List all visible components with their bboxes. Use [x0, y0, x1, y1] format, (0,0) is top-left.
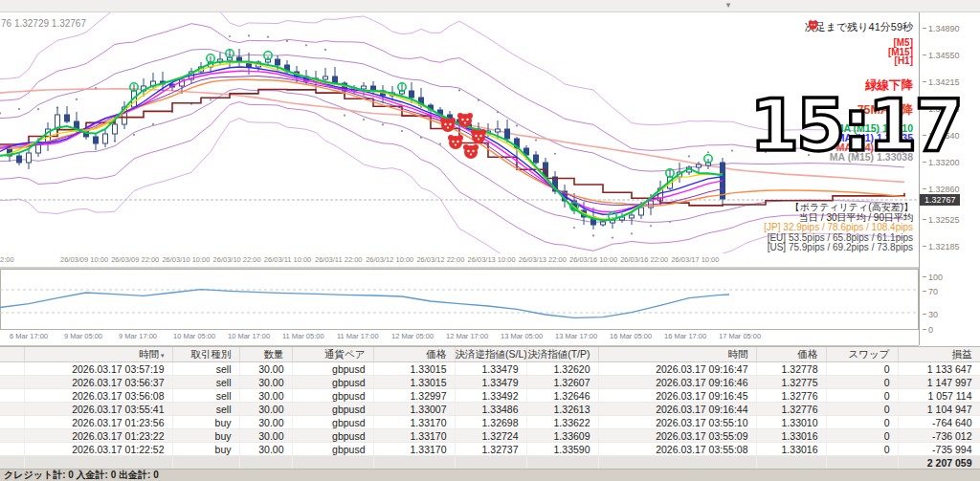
history-cell: 1.33622 — [526, 416, 598, 429]
history-cell: 30.00 — [239, 443, 292, 456]
oscillator-line-chart[interactable] — [0, 269, 919, 330]
history-cell: 1.32776 — [756, 403, 826, 416]
history-cell: -736 012 — [898, 429, 980, 443]
history-cell: 1.32724 — [455, 429, 526, 443]
history-cell: 1.33010 — [756, 416, 826, 429]
price-axis[interactable]: 1.32767 1.348901.345501.342151.338751.33… — [919, 12, 980, 345]
tick — [923, 81, 926, 82]
history-row[interactable]: 2026.03.17 03:57:19sell30.00gbpusd1.3301… — [0, 362, 980, 376]
history-column-header[interactable]: 決済逆指値(S/L) — [455, 347, 526, 362]
time-axis-label: 26/03/10 10:00 — [162, 255, 210, 264]
history-cell: -764 640 — [898, 416, 980, 429]
history-cell: 2026.03.17 01:22:52 — [24, 443, 172, 456]
history-cell: 1.33016 — [756, 429, 826, 443]
history-column-header[interactable]: 価格 — [756, 347, 826, 362]
history-cell: 2026.03.17 03:55:10 — [598, 416, 756, 429]
history-row[interactable]: 2026.03.17 01:23:56buy30.00gbpusd1.33170… — [0, 416, 980, 429]
history-column-header[interactable]: 取引種別 — [172, 347, 239, 362]
volatility-us: [US] 75.9pips / 69.2pips / 73.8pips — [764, 243, 913, 253]
history-cell: 1.33486 — [455, 403, 526, 416]
history-cell: gbpusd — [292, 362, 373, 376]
oscillator-time-axis[interactable]: 6 Mar 17:009 Mar 05:009 Mar 17:0010 Mar … — [0, 330, 919, 346]
history-header-row: 時間▾取引種別数量通貨ペア価格決済逆指値(S/L)決済指値(T/P)時間価格スワ… — [0, 347, 980, 362]
history-cell: 1.32620 — [526, 362, 598, 376]
history-row[interactable]: 2026.03.17 03:56:37sell30.00gbpusd1.3301… — [0, 376, 980, 389]
bear-signal-icon — [448, 135, 463, 149]
time-axis-label: 16 Mar 05:00 — [610, 332, 652, 340]
history-cell: 1.33170 — [373, 416, 455, 429]
history-cell: 2026.03.17 01:23:22 — [24, 429, 172, 443]
history-cell: 30.00 — [239, 362, 292, 376]
history-row[interactable]: 2026.03.17 03:56:08sell30.00gbpusd1.3299… — [0, 389, 980, 403]
chart-time-axis[interactable]: 2:0026/03/09 10:0026/03/09 22:0026/03/10… — [0, 253, 919, 267]
time-axis-label: 26/03/17 10:00 — [671, 255, 719, 264]
time-axis-label: 13 Mar 17:00 — [555, 332, 597, 340]
history-cell: 0 — [826, 443, 898, 456]
history-row[interactable]: 2026.03.17 01:23:22buy30.00gbpusd1.33170… — [0, 429, 980, 443]
time-axis-label: 26/03/16 22:00 — [620, 255, 668, 264]
history-column-header[interactable]: 数量 — [239, 347, 292, 362]
tick — [923, 28, 926, 29]
history-column-header[interactable]: 損益 — [898, 347, 980, 362]
history-total-cell — [24, 456, 172, 470]
history-cell: 1.32698 — [455, 416, 526, 429]
history-column-header[interactable]: 時間▾ — [24, 347, 172, 362]
history-cell: 2026.03.17 09:16:44 — [598, 403, 756, 416]
time-axis-label: 10 Mar 17:00 — [228, 332, 270, 340]
history-cell-icon — [0, 376, 24, 389]
history-cell: sell — [172, 362, 239, 376]
history-cell: gbpusd — [292, 389, 373, 403]
history-cell: 1 057 114 — [898, 389, 980, 403]
history-total-profit: 2 207 059 — [898, 456, 980, 470]
history-cell: 2026.03.17 03:57:19 — [24, 362, 172, 376]
history-column-header[interactable]: 時間 — [598, 347, 756, 362]
time-axis-label: 11 Mar 17:00 — [337, 332, 379, 340]
tick — [923, 188, 926, 189]
history-cell: 1.33015 — [373, 362, 455, 376]
tick — [923, 55, 926, 55]
time-axis-label: 26/03/13 10:00 — [468, 255, 516, 264]
oscillator-panel[interactable] — [0, 269, 919, 330]
history-column-header[interactable]: 通貨ペア — [292, 347, 373, 362]
history-row[interactable]: 2026.03.17 01:22:52buy30.00gbpusd1.33170… — [0, 443, 980, 456]
history-cell: 2026.03.17 09:16:47 — [598, 362, 756, 376]
history-total-cell — [455, 456, 526, 470]
history-cell: 1.32997 — [373, 389, 455, 403]
history-column-header[interactable]: スワップ — [826, 347, 898, 362]
history-cell: 0 — [826, 416, 898, 429]
history-cell-icon — [0, 443, 24, 456]
history-cell: 0 — [826, 362, 898, 376]
time-axis-label: 26/03/13 22:00 — [519, 255, 567, 264]
history-cell: 1.32613 — [526, 403, 598, 416]
price-axis-label: 1.34890 — [923, 24, 960, 33]
history-cell: 1.33170 — [373, 443, 455, 456]
bear-signal-icon — [463, 144, 479, 159]
time-axis-label: 26/03/09 22:00 — [111, 255, 159, 264]
history-cell: 1.32776 — [756, 389, 826, 403]
history-cell: 30.00 — [239, 403, 292, 416]
history-column-header[interactable] — [0, 347, 24, 362]
history-cell: 1.32737 — [455, 443, 526, 456]
time-axis-label: 26/03/09 10:00 — [60, 255, 108, 264]
oscillator-scale-label: 30 — [923, 310, 938, 319]
time-axis-label: 10 Mar 05:00 — [173, 332, 215, 340]
history-table: 時間▾取引種別数量通貨ペア価格決済逆指値(S/L)決済指値(T/P)時間価格スワ… — [0, 347, 980, 469]
history-cell: buy — [172, 416, 239, 429]
history-column-header[interactable]: 決済指値(T/P) — [526, 347, 598, 362]
volatility-block: 【ボラティリティ(高安差)】 当日 / 30日平均 / 90日平均 [JP] 3… — [764, 203, 913, 253]
history-cell: -735 994 — [898, 443, 980, 456]
history-cell: 2026.03.17 03:55:41 — [24, 403, 172, 416]
history-cell: 2026.03.17 09:16:45 — [598, 389, 756, 403]
tick — [923, 219, 926, 220]
history-cell: 1.33015 — [373, 376, 455, 389]
history-column-header[interactable]: 価格 — [373, 347, 455, 362]
chart-marker-icon: ▼ — [724, 1, 732, 11]
tick — [923, 314, 926, 315]
bear-signal-icon — [471, 129, 486, 143]
history-row[interactable]: 2026.03.17 03:55:41sell30.00gbpusd1.3300… — [0, 403, 980, 416]
history-cell-icon — [0, 389, 24, 403]
timeframe-alert-label: [H1] — [895, 55, 913, 66]
sort-icon: ▾ — [161, 352, 165, 359]
history-cell: 30.00 — [239, 376, 292, 389]
top-strip: ▼ — [0, 0, 980, 12]
